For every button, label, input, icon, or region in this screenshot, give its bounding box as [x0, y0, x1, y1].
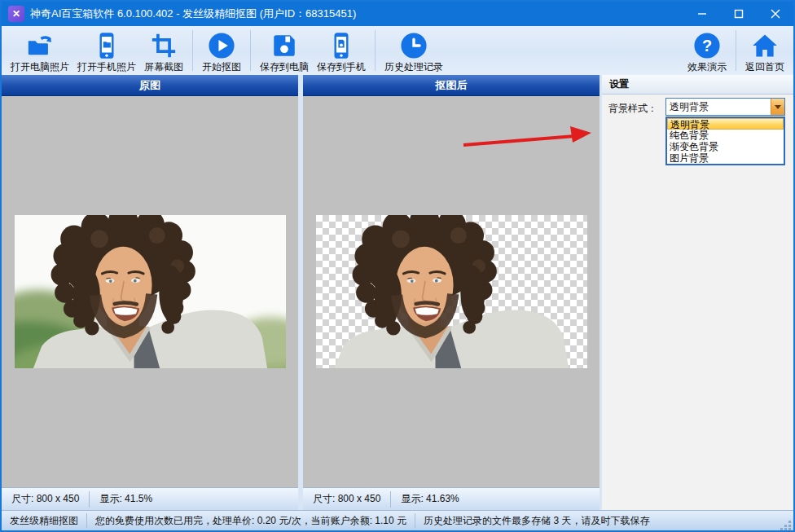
demo-button[interactable]: ? 效果演示 — [683, 29, 731, 73]
dropdown-option-image[interactable]: 图片背景 — [667, 152, 784, 164]
result-panel: 抠图后 尺寸: 800 x 450 显示: 41.63% — [303, 75, 600, 510]
dropdown-option-solid-color[interactable]: 纯色背景 — [667, 130, 784, 141]
result-panel-title: 抠图后 — [303, 75, 600, 96]
close-icon — [771, 9, 780, 19]
open-phone-photo-button[interactable]: 打开手机照片 — [73, 29, 140, 73]
save-to-phone-icon — [329, 31, 354, 61]
result-status-bar: 尺寸: 800 x 450 显示: 41.63% — [303, 487, 600, 510]
result-zoom-label: 显示: 41.63% — [391, 492, 468, 506]
open-computer-photo-button[interactable]: 打开电脑照片 — [7, 29, 73, 73]
main-area: 原图 尺寸: 800 x 450 显示: 41.5% 抠图后 尺 — [2, 75, 793, 510]
statusbar-billing: 您的免费使用次数已用完，处理单价: 0.20 元/次，当前账户余额: 1.10 … — [87, 514, 415, 528]
original-panel-title: 原图 — [2, 75, 298, 96]
minimize-icon — [697, 9, 707, 19]
app-logo-icon: ✕ — [8, 6, 24, 22]
close-button[interactable] — [757, 2, 793, 26]
open-computer-photo-icon — [25, 31, 55, 61]
home-button[interactable]: 返回首页 — [741, 29, 788, 73]
start-matting-button[interactable]: 开始抠图 — [198, 29, 245, 73]
bg-style-label: 背景样式： — [608, 102, 657, 116]
original-image — [15, 215, 286, 368]
maximize-icon — [734, 9, 744, 19]
home-icon — [751, 31, 779, 61]
bg-style-dropdown-list: 透明背景 纯色背景 渐变色背景 图片背景 — [665, 117, 785, 165]
result-size-label: 尺寸: 800 x 450 — [303, 492, 390, 506]
toolbar-separator — [250, 30, 251, 71]
bg-style-combobox[interactable]: 透明背景 — [665, 98, 785, 116]
screen-capture-icon — [150, 31, 178, 61]
original-size-label: 尺寸: 800 x 450 — [2, 492, 89, 506]
history-icon — [400, 31, 428, 61]
start-matting-icon — [208, 31, 235, 61]
chevron-down-icon — [775, 105, 781, 109]
toolbar-separator — [375, 30, 376, 71]
settings-panel: 设置 背景样式： 透明背景 透明背景 纯色背景 渐变色背景 图片背景 — [602, 75, 793, 510]
open-phone-photo-icon — [94, 31, 119, 61]
original-canvas — [2, 96, 298, 487]
titlebar[interactable]: ✕ 神奇AI百宝箱软件 6.0.100.402 - 发丝级精细抠图 (用户ID：… — [2, 2, 793, 26]
statusbar-history-note: 历史处理记录的文件最多存储 3 天，请及时下载保存 — [415, 514, 657, 528]
save-to-computer-button[interactable]: 保存到电脑 — [256, 29, 313, 73]
toolbar-separator — [192, 30, 193, 71]
result-image — [316, 215, 587, 368]
history-button[interactable]: 历史处理记录 — [380, 29, 447, 73]
save-to-phone-button[interactable]: 保存到手机 — [313, 29, 370, 73]
combobox-value: 透明背景 — [666, 100, 771, 114]
statusbar-mode: 发丝级精细抠图 — [2, 514, 86, 528]
minimize-button[interactable] — [683, 2, 720, 26]
svg-text:?: ? — [702, 37, 712, 55]
combobox-dropdown-button[interactable] — [771, 99, 784, 115]
result-canvas — [303, 96, 600, 487]
save-to-computer-icon — [270, 31, 298, 61]
original-status-bar: 尺寸: 800 x 450 显示: 41.5% — [2, 487, 298, 510]
screen-capture-button[interactable]: 屏幕截图 — [140, 29, 187, 73]
settings-title: 设置 — [602, 75, 793, 95]
dropdown-option-transparent[interactable]: 透明背景 — [667, 118, 784, 130]
original-zoom-label: 显示: 41.5% — [90, 492, 162, 506]
app-window: ✕ 神奇AI百宝箱软件 6.0.100.402 - 发丝级精细抠图 (用户ID：… — [0, 0, 795, 532]
settings-body: 背景样式： 透明背景 透明背景 纯色背景 渐变色背景 图片背景 — [602, 95, 793, 510]
statusbar: 发丝级精细抠图 您的免费使用次数已用完，处理单价: 0.20 元/次，当前账户余… — [2, 510, 793, 530]
window-title: 神奇AI百宝箱软件 6.0.100.402 - 发丝级精细抠图 (用户ID：68… — [30, 7, 356, 21]
toolbar-separator — [736, 30, 736, 71]
demo-question-icon: ? — [693, 31, 721, 61]
toolbar: 打开电脑照片 打开手机照片 屏幕截图 开始抠图 保存到电脑 — [2, 26, 793, 75]
maximize-button[interactable] — [720, 2, 757, 26]
resize-grip[interactable] — [780, 519, 792, 530]
original-panel: 原图 尺寸: 800 x 450 显示: 41.5% — [2, 75, 298, 510]
dropdown-option-gradient[interactable]: 渐变色背景 — [667, 141, 784, 152]
